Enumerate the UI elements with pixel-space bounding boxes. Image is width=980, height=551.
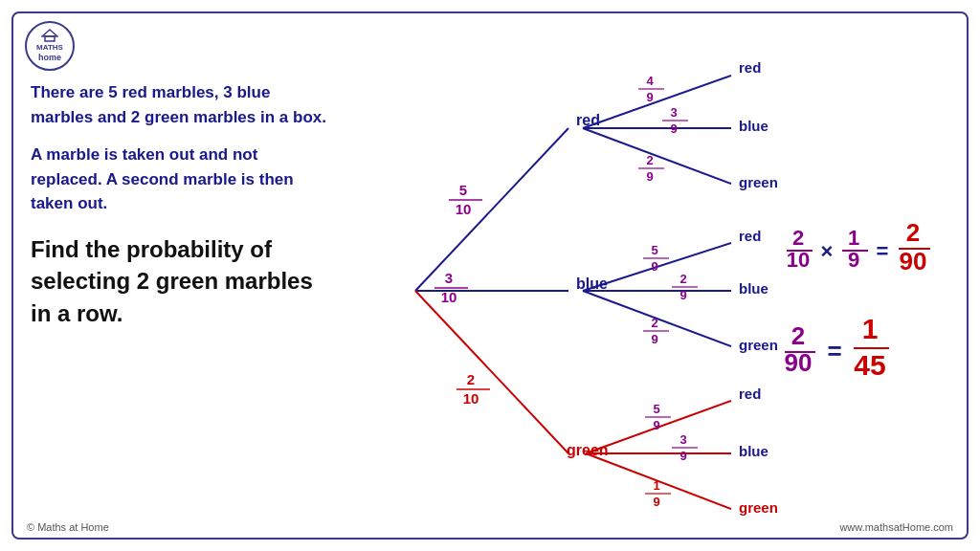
frac-2-10-num: 2 xyxy=(467,371,475,387)
frac-3-9-g-den: 9 xyxy=(679,449,686,463)
eq1-d3: 90 xyxy=(900,247,927,276)
label-rg: green xyxy=(739,174,778,190)
svg-line-2 xyxy=(415,128,568,291)
label-br: red xyxy=(739,228,761,244)
frac-3-9-g-num: 3 xyxy=(679,432,686,447)
logo-text-bottom: home xyxy=(38,53,61,63)
eq1-n1: 2 xyxy=(792,226,804,250)
eq1-n2: 1 xyxy=(848,226,859,250)
eq2-equals: = xyxy=(827,337,841,365)
footer-right: www.mathsatHome.com xyxy=(839,521,953,533)
eq1-d1: 10 xyxy=(787,248,810,272)
problem-question: Find the probability of selecting 2 gree… xyxy=(31,233,327,330)
label-gr: red xyxy=(739,386,761,402)
frac-5-10-num: 5 xyxy=(459,182,467,198)
problem-setup: A marble is taken out and not replaced. … xyxy=(31,143,327,216)
eq1-equals: = xyxy=(877,239,889,263)
frac-3-10-num: 3 xyxy=(445,270,453,286)
frac-3-9-a-num: 3 xyxy=(670,105,677,120)
frac-2-9-b-den: 9 xyxy=(679,288,686,302)
svg-line-4 xyxy=(415,291,568,453)
problem-description: There are 5 red marbles, 3 blue marbles … xyxy=(31,80,327,129)
frac-5-9-g-num: 5 xyxy=(653,402,659,416)
label-bb: blue xyxy=(739,280,768,297)
eq2-n2: 1 xyxy=(862,313,879,344)
frac-3-10-den: 10 xyxy=(441,289,457,305)
eq2-d1: 90 xyxy=(785,348,813,377)
frac-2-9-a-den: 9 xyxy=(646,169,653,184)
frac-5-9-b-num: 5 xyxy=(651,243,657,257)
frac-5-9-g-den: 9 xyxy=(653,418,659,432)
label-green-1: green xyxy=(567,442,609,458)
label-gb: blue xyxy=(739,443,768,459)
frac-1-9-gg-num: 1 xyxy=(653,478,659,493)
frac-3-9-a-den: 9 xyxy=(670,121,677,136)
frac-2-9-bg-num: 2 xyxy=(651,316,657,330)
label-bg: green xyxy=(739,337,778,353)
eq1-d2: 9 xyxy=(848,248,859,272)
svg-line-10 xyxy=(583,128,731,184)
frac-2-10-den: 10 xyxy=(463,390,479,407)
frac-2-9-b-num: 2 xyxy=(679,272,686,286)
eq2-d2: 45 xyxy=(854,349,885,381)
main-container: MATHS home There are 5 red marbles, 3 bl… xyxy=(11,11,969,540)
tree-svg: 5 10 3 10 2 10 red blue green 4 9 xyxy=(329,23,951,540)
svg-marker-0 xyxy=(42,30,57,36)
svg-line-8 xyxy=(583,76,731,128)
label-rb: blue xyxy=(739,118,768,134)
logo: MATHS home xyxy=(25,21,75,71)
eq2-n1: 2 xyxy=(791,321,805,350)
eq1-times: × xyxy=(821,239,834,263)
eq1-n3: 2 xyxy=(906,218,920,247)
label-gg: green xyxy=(739,499,778,516)
frac-5-10-den: 10 xyxy=(456,201,472,217)
frac-1-9-gg-den: 9 xyxy=(653,495,659,509)
footer-left: © Maths at Home xyxy=(27,521,109,533)
tree-diagram: 5 10 3 10 2 10 red blue green 4 9 xyxy=(329,23,951,540)
frac-4-9-den: 9 xyxy=(646,90,653,104)
frac-5-9-b-den: 9 xyxy=(651,259,657,274)
frac-2-9-a-num: 2 xyxy=(646,153,653,167)
frac-4-9-num: 4 xyxy=(646,74,654,88)
label-rr: red xyxy=(739,59,761,76)
frac-2-9-bg-den: 9 xyxy=(651,332,657,346)
svg-rect-1 xyxy=(45,36,55,41)
logo-text-top: MATHS xyxy=(36,43,63,53)
text-panel: There are 5 red marbles, 3 blue marbles … xyxy=(31,80,327,329)
